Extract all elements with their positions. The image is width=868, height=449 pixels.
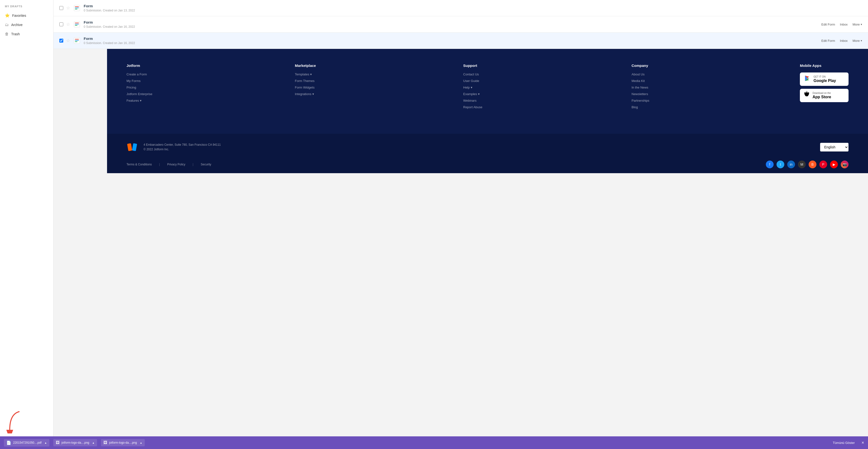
app-store-badge[interactable]: Download on the App Store xyxy=(800,89,848,102)
footer-link-webinars[interactable]: Webinars xyxy=(463,99,497,102)
sidebar-favorites-label: Favorites xyxy=(12,13,26,18)
svg-rect-3 xyxy=(75,9,78,9)
form-title-2: Form xyxy=(84,20,818,24)
footer-link-templates[interactable]: Templates ▾ xyxy=(295,72,329,76)
form-info-3: Form 0 Submission. Created on Jan 16, 20… xyxy=(84,36,818,45)
chevron-examples-icon: ▾ xyxy=(478,92,480,96)
footer-link-form-themes[interactable]: Form Themes xyxy=(295,79,329,83)
form-star-2[interactable]: ☆ xyxy=(66,22,70,27)
social-icons: f t in M B P ▶ 📷 xyxy=(766,161,848,168)
footer-link-my-forms[interactable]: My Forms xyxy=(126,79,161,83)
footer-legal-links: Terms & Conditions | Privacy Policy | Se… xyxy=(126,163,211,166)
edit-form-btn-3[interactable]: Edit Form xyxy=(821,39,835,42)
footer-col-support: Support Contact Us User Guide Help ▾ Exa… xyxy=(463,63,497,112)
form-icon-2 xyxy=(73,21,81,28)
footer-col-mobile-apps-title: Mobile Apps xyxy=(800,63,848,68)
form-star-1[interactable]: ☆ xyxy=(66,5,70,11)
chevron-down-icon: ▾ xyxy=(861,23,862,26)
footer-link-create-form[interactable]: Create a Form xyxy=(126,72,161,76)
linkedin-icon[interactable]: in xyxy=(787,161,795,168)
footer-link-enterprise[interactable]: Jotform Enterprise xyxy=(126,92,161,96)
footer-col-jotform: Jotform Create a Form My Forms Pricing J… xyxy=(126,63,161,112)
footer-bottom-inner: 4 Embarcadero Center, Suite 780, San Fra… xyxy=(126,141,848,153)
facebook-icon[interactable]: f xyxy=(766,161,774,168)
form-row-2: ☆ Form 0 Submission. Created on Jan 16, … xyxy=(54,16,868,33)
form-subtitle-3: 0 Submission. Created on Jan 16, 2022 xyxy=(84,41,818,45)
sidebar-item-favorites[interactable]: ⭐ Favorites xyxy=(0,11,53,20)
chevron-integrations-icon: ▾ xyxy=(312,92,314,96)
footer-copyright: © 2022 Jotform Inc. xyxy=(144,147,221,152)
twitter-icon[interactable]: t xyxy=(777,161,784,168)
google-play-text: GET IT ON Google Play xyxy=(813,75,836,83)
svg-rect-5 xyxy=(75,23,79,23)
sidebar-item-trash[interactable]: 🗑 Trash xyxy=(0,29,53,39)
form-checkbox-1[interactable] xyxy=(59,6,63,10)
form-subtitle-2: 0 Submission. Created on Jan 16, 2022 xyxy=(84,25,818,28)
inbox-btn-2[interactable]: Inbox xyxy=(840,23,848,26)
footer-link-contact[interactable]: Contact Us xyxy=(463,72,497,76)
form-list: ☆ Form 0 Submission. Created on Jan 13, … xyxy=(54,0,868,49)
footer-link-help[interactable]: Help ▾ xyxy=(463,86,497,89)
form-info-2: Form 0 Submission. Created on Jan 16, 20… xyxy=(84,20,818,28)
footer-link-pricing[interactable]: Pricing xyxy=(126,86,161,89)
footer-link-newsletters[interactable]: Newsletters xyxy=(631,92,665,96)
form-star-3[interactable]: ☆ xyxy=(66,38,70,43)
footer-privacy-link[interactable]: Privacy Policy xyxy=(167,163,185,166)
footer-terms-link[interactable]: Terms & Conditions xyxy=(126,163,152,166)
footer-col-company-title: Company xyxy=(631,63,665,68)
form-checkbox-3[interactable] xyxy=(59,39,63,42)
sidebar-archive-label: Archive xyxy=(11,23,23,27)
more-btn-3[interactable]: More ▾ xyxy=(852,39,862,42)
footer-bottom: 4 Embarcadero Center, Suite 780, San Fra… xyxy=(107,134,868,161)
form-row-1: ☆ Form 0 Submission. Created on Jan 13, … xyxy=(54,0,868,16)
footer-link-form-widgets[interactable]: Form Widgets xyxy=(295,86,329,89)
app-store-text: Download on the App Store xyxy=(812,92,831,99)
pinterest-icon[interactable]: P xyxy=(819,161,827,168)
star-icon: ⭐ xyxy=(5,13,10,18)
footer-logo-area: 4 Embarcadero Center, Suite 780, San Fra… xyxy=(126,141,221,153)
youtube-icon[interactable]: ▶ xyxy=(830,161,838,168)
edit-form-btn-2[interactable]: Edit Form xyxy=(821,23,835,26)
footer-link-about[interactable]: About Us xyxy=(631,72,665,76)
svg-rect-10 xyxy=(75,40,79,41)
more-btn-2[interactable]: More ▾ xyxy=(852,23,862,26)
svg-rect-9 xyxy=(75,39,79,40)
footer-address-block: 4 Embarcadero Center, Suite 780, San Fra… xyxy=(144,142,221,152)
jotform-logo xyxy=(126,141,139,153)
blog-icon[interactable]: B xyxy=(809,161,816,168)
footer-link-integrations[interactable]: Integrations ▾ xyxy=(295,92,329,96)
form-title-3: Form xyxy=(84,36,818,41)
footer-link-in-the-news[interactable]: In the News xyxy=(631,86,665,89)
chevron-help-icon: ▾ xyxy=(471,86,472,89)
footer-col-mobile-apps: Mobile Apps xyxy=(800,63,848,112)
svg-rect-7 xyxy=(75,25,78,26)
footer-link-user-guide[interactable]: User Guide xyxy=(463,79,497,83)
footer-col-jotform-title: Jotform xyxy=(126,63,161,68)
footer-col-marketplace: Marketplace Templates ▾ Form Themes Form… xyxy=(295,63,329,112)
footer-link-examples[interactable]: Examples ▾ xyxy=(463,92,497,96)
footer: Jotform Create a Form My Forms Pricing J… xyxy=(107,49,868,134)
sidebar-section-title: MY DRAFTS xyxy=(0,5,53,11)
medium-icon[interactable]: M xyxy=(798,161,806,168)
trash-icon: 🗑 xyxy=(5,32,9,36)
svg-rect-1 xyxy=(75,6,79,7)
svg-rect-14 xyxy=(132,143,137,151)
form-checkbox-2[interactable] xyxy=(59,22,63,26)
svg-rect-13 xyxy=(127,143,132,151)
footer-link-features[interactable]: Features ▾ xyxy=(126,99,161,102)
language-select[interactable]: English Türkçe Español xyxy=(820,143,848,152)
footer-link-media-kit[interactable]: Media Kit xyxy=(631,79,665,83)
form-actions-2: Edit Form Inbox More ▾ xyxy=(821,23,862,26)
footer-link-report-abuse[interactable]: Report Abuse xyxy=(463,105,497,109)
footer-link-blog[interactable]: Blog xyxy=(631,105,665,109)
inbox-btn-3[interactable]: Inbox xyxy=(840,39,848,42)
footer-security-link[interactable]: Security xyxy=(201,163,211,166)
footer-legal: Terms & Conditions | Privacy Policy | Se… xyxy=(107,161,868,173)
sidebar-item-archive[interactable]: 🗂 Archive xyxy=(0,20,53,29)
form-row-3: ☆ Form 0 Submission. Created on Jan 16, … xyxy=(54,33,868,49)
google-play-badge[interactable]: GET IT ON Google Play xyxy=(800,72,848,86)
main-content: ☆ Form 0 Submission. Created on Jan 13, … xyxy=(54,0,868,435)
google-play-icon xyxy=(804,75,811,84)
instagram-icon[interactable]: 📷 xyxy=(841,161,848,168)
footer-link-partnerships[interactable]: Partnerships xyxy=(631,99,665,102)
